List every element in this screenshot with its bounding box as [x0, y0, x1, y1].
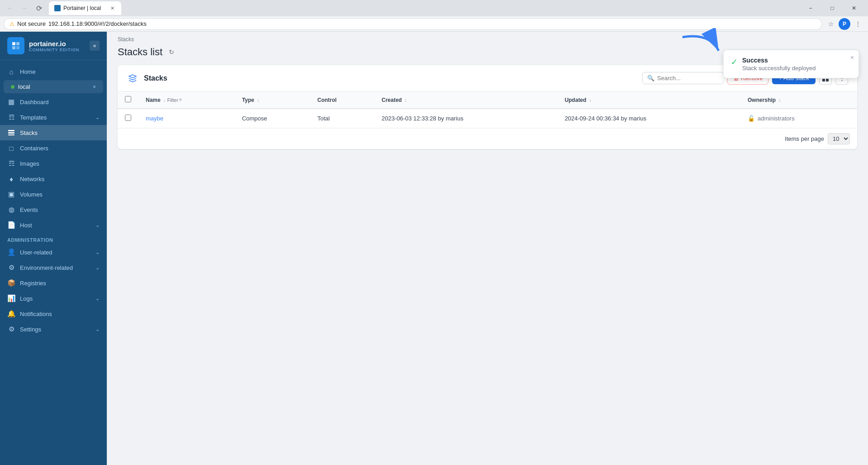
- maximize-button[interactable]: □: [822, 0, 843, 16]
- sidebar-item-host[interactable]: 📄 Host ⌄: [0, 217, 107, 233]
- svg-rect-3: [16, 46, 19, 49]
- refresh-button[interactable]: ↻: [167, 47, 176, 58]
- toast-title: Success: [742, 57, 851, 64]
- tab-close-button[interactable]: ✕: [109, 5, 116, 12]
- type-column-header[interactable]: Type ↕: [235, 91, 310, 109]
- sidebar-item-events[interactable]: ◍ Events: [0, 202, 107, 217]
- name-column-header[interactable]: Name ↓ Filter ▿: [138, 91, 235, 109]
- sidebar-item-home[interactable]: ⌂ Home: [0, 64, 107, 79]
- toast-close-button[interactable]: ×: [850, 54, 854, 61]
- sidebar-item-logs[interactable]: 📊 Logs ⌄: [0, 291, 107, 306]
- sidebar-item-settings[interactable]: ⚙ Settings ⌄: [0, 321, 107, 337]
- close-window-button[interactable]: ✕: [844, 0, 864, 16]
- svg-rect-6: [8, 134, 14, 135]
- search-input[interactable]: [657, 75, 733, 81]
- svg-rect-2: [12, 46, 15, 49]
- security-icon: ⚠: [10, 21, 14, 27]
- toast-content: Success Stack successfully deployed: [742, 57, 851, 72]
- images-icon: ☶: [7, 159, 15, 168]
- logo-sub: COMMUNITY EDITION: [29, 48, 79, 52]
- sidebar-item-environment-related[interactable]: ⚙ Environment-related ⌄: [0, 260, 107, 275]
- browser-chrome: ← → ⟳ Portainer | local ✕ − □ ✕: [0, 0, 868, 16]
- name-sort-icon: ↓: [163, 98, 166, 103]
- notifications-icon: 🔔: [7, 310, 15, 318]
- home-icon: ⌂: [7, 67, 15, 76]
- sidebar-item-volumes[interactable]: ▣ Volumes: [0, 187, 107, 202]
- card-title: Stacks: [144, 74, 167, 82]
- filter-button[interactable]: Filter ▿: [167, 97, 181, 103]
- stack-name-link[interactable]: maybe: [146, 115, 163, 122]
- back-button[interactable]: ←: [4, 2, 16, 14]
- row-name-cell: maybe: [138, 109, 235, 128]
- containers-icon: □: [7, 144, 15, 152]
- registries-icon: 📦: [7, 279, 15, 287]
- row-created-cell: 2023-06-03 12:33:28 by marius: [374, 109, 557, 128]
- admin-section-label: Administration: [0, 233, 107, 244]
- sidebar-item-notifications[interactable]: 🔔 Notifications: [0, 306, 107, 321]
- search-box[interactable]: 🔍 ✕: [642, 72, 724, 84]
- sidebar-collapse-button[interactable]: «: [90, 41, 100, 51]
- items-per-page-select[interactable]: 10 25 50: [828, 133, 850, 144]
- bookmark-button[interactable]: ☆: [825, 18, 837, 30]
- window-controls[interactable]: ← → ⟳: [4, 2, 45, 14]
- updated-label: Updated: [565, 97, 587, 103]
- sidebar-item-label-dashboard: Dashboard: [20, 99, 100, 105]
- logo-text: portainer.io COMMUNITY EDITION: [29, 40, 79, 52]
- security-label: Not secure: [17, 20, 46, 27]
- row-checkbox-0[interactable]: [125, 115, 131, 121]
- forward-button[interactable]: →: [18, 2, 31, 14]
- table-row: maybe Compose Total 2023-06-03 12:33:28 …: [118, 109, 857, 128]
- profile-area[interactable]: P: [838, 18, 851, 30]
- stacks-icon: [7, 129, 15, 137]
- chevron-down-icon-user: ⌄: [95, 249, 100, 255]
- sidebar-item-label-host: Host: [20, 222, 91, 229]
- ownership-column-header[interactable]: Ownership ↕: [740, 91, 857, 109]
- sidebar-item-label-user-related: User-related: [20, 249, 91, 256]
- sidebar-item-networks[interactable]: ♦ Networks: [0, 171, 107, 187]
- sidebar-item-containers[interactable]: □ Containers: [0, 140, 107, 156]
- sidebar-item-templates[interactable]: ☶ Templates ⌄: [0, 110, 107, 125]
- sidebar-logo: portainer.io COMMUNITY EDITION: [7, 37, 79, 54]
- updated-column-header[interactable]: Updated ↕: [558, 91, 740, 109]
- type-label: Type: [242, 97, 254, 103]
- active-tab[interactable]: Portainer | local ✕: [49, 1, 121, 15]
- address-bar-row: ⚠ Not secure 192.168.1.18:9000/#!/2/dock…: [0, 16, 868, 32]
- minimize-button[interactable]: −: [800, 0, 821, 16]
- menu-button[interactable]: ⋮: [852, 18, 864, 30]
- tab-favicon: [54, 5, 61, 11]
- address-bar[interactable]: ⚠ Not secure 192.168.1.18:9000/#!/2/dock…: [4, 18, 822, 30]
- svg-rect-4: [8, 130, 14, 131]
- sidebar-env-item-local[interactable]: local ×: [4, 80, 103, 93]
- window-controls-right[interactable]: − □ ✕: [800, 0, 864, 16]
- page-title: Stacks list: [118, 46, 162, 58]
- env-close-button[interactable]: ×: [93, 84, 96, 90]
- svg-rect-1: [16, 42, 19, 45]
- created-column-header[interactable]: Created ↕: [374, 91, 557, 109]
- url-text: 192.168.1.18:9000/#!/2/docker/stacks: [48, 20, 147, 27]
- sidebar-item-label-stacks: Stacks: [20, 129, 100, 136]
- row-updated-cell: 2024-09-24 00:36:34 by marius: [558, 109, 740, 128]
- sidebar-item-registries[interactable]: 📦 Registries: [0, 275, 107, 291]
- sidebar: portainer.io COMMUNITY EDITION « ⌂ Home …: [0, 32, 107, 465]
- chevron-down-icon-env: ⌄: [95, 265, 100, 271]
- sidebar-item-stacks[interactable]: Stacks: [0, 125, 107, 140]
- templates-icon: ☶: [7, 113, 15, 121]
- networks-icon: ♦: [7, 175, 15, 183]
- toast-success-icon: ✓: [731, 57, 738, 67]
- sidebar-item-label-containers: Containers: [20, 145, 100, 152]
- search-icon: 🔍: [647, 75, 654, 81]
- environment-icon: ⚙: [7, 264, 15, 272]
- sidebar-item-images[interactable]: ☶ Images: [0, 156, 107, 171]
- reload-button[interactable]: ⟳: [33, 2, 45, 14]
- sidebar-item-label-notifications: Notifications: [20, 311, 100, 317]
- created-label: Created: [382, 97, 402, 103]
- main-content: Stacks Stacks list ↻ Stacks 🔍: [107, 32, 868, 465]
- ownership-sort-icon: ↕: [778, 98, 781, 103]
- breadcrumb: Stacks: [107, 32, 868, 43]
- sidebar-item-dashboard[interactable]: ▦ Dashboard: [0, 94, 107, 110]
- filter-icon: ▿: [179, 97, 182, 103]
- sidebar-item-label-networks: Networks: [20, 176, 100, 182]
- logo-name: portainer.io: [29, 40, 79, 48]
- select-all-checkbox[interactable]: [125, 96, 131, 102]
- sidebar-item-user-related[interactable]: 👤 User-related ⌄: [0, 244, 107, 260]
